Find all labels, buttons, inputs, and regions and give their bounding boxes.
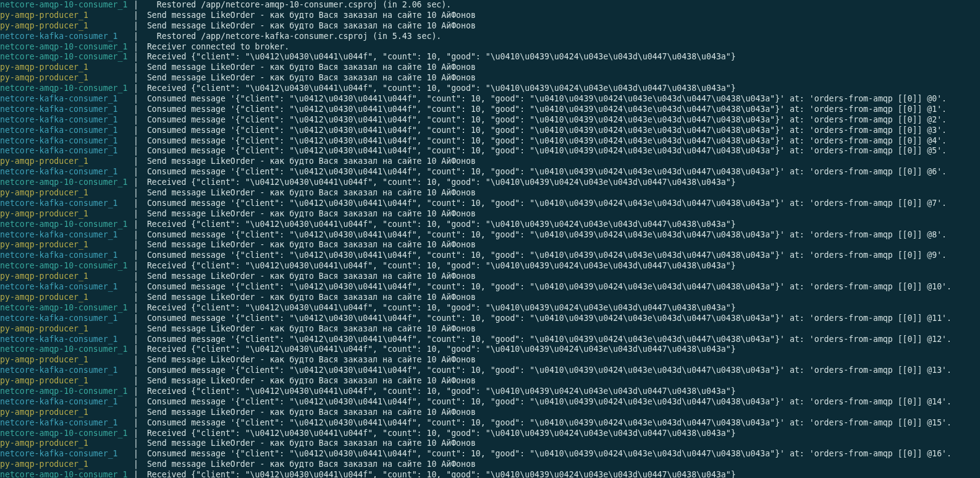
separator: | xyxy=(130,146,142,156)
log-line: py-amqp-producer_1 | Send message LikeOr… xyxy=(0,438,980,449)
container-name: py-amqp-producer_1 xyxy=(0,324,130,335)
separator: | xyxy=(130,250,142,261)
log-line: netcore-amqp-10-consumer_1 | Received {"… xyxy=(0,52,980,62)
log-message: Send message LikeOrder - как будто Вася … xyxy=(142,62,476,73)
log-line: py-amqp-producer_1 | Send message LikeOr… xyxy=(0,156,980,167)
log-line: netcore-amqp-10-consumer_1 | Received {"… xyxy=(0,470,980,478)
container-name: netcore-amqp-10-consumer_1 xyxy=(0,177,130,188)
container-name: netcore-kafka-consumer_1 xyxy=(0,126,130,136)
container-name: netcore-kafka-consumer_1 xyxy=(0,397,130,408)
separator: | xyxy=(130,376,142,386)
log-line: py-amqp-producer_1 | Send message LikeOr… xyxy=(0,324,980,335)
log-message: Consumed message '{"client": "\u0412\u04… xyxy=(142,146,947,156)
container-name: netcore-kafka-consumer_1 xyxy=(0,105,130,115)
log-line: netcore-amqp-10-consumer_1 | Received {"… xyxy=(0,177,980,188)
container-name: py-amqp-producer_1 xyxy=(0,376,130,386)
separator: | xyxy=(130,303,142,314)
log-line: py-amqp-producer_1 | Send message LikeOr… xyxy=(0,73,980,83)
log-message: Received {"client": "\u0412\u0430\u0441\… xyxy=(142,429,736,439)
log-message: Send message LikeOrder - как будто Вася … xyxy=(142,459,476,470)
container-name: netcore-kafka-consumer_1 xyxy=(0,365,130,376)
container-name: netcore-amqp-10-consumer_1 xyxy=(0,0,130,11)
log-line: netcore-amqp-10-consumer_1 | Received {"… xyxy=(0,261,980,271)
container-name: py-amqp-producer_1 xyxy=(0,73,130,83)
separator: | xyxy=(130,188,142,198)
log-message: Send message LikeOrder - как будто Вася … xyxy=(142,73,476,83)
log-message: Send message LikeOrder - как будто Вася … xyxy=(142,355,476,365)
separator: | xyxy=(130,429,142,439)
container-name: netcore-kafka-consumer_1 xyxy=(0,94,130,105)
container-name: netcore-kafka-consumer_1 xyxy=(0,167,130,177)
separator: | xyxy=(130,11,142,21)
log-message: Consumed message '{"client": "\u0412\u04… xyxy=(142,397,952,408)
log-line: netcore-amqp-10-consumer_1 | Received {"… xyxy=(0,429,980,439)
container-name: netcore-amqp-10-consumer_1 xyxy=(0,83,130,94)
log-line: py-amqp-producer_1 | Send message LikeOr… xyxy=(0,62,980,73)
log-line: netcore-kafka-consumer_1 | Consumed mess… xyxy=(0,335,980,345)
separator: | xyxy=(130,470,142,478)
container-name: py-amqp-producer_1 xyxy=(0,21,130,32)
log-message: Received {"client": "\u0412\u0430\u0441\… xyxy=(142,303,736,314)
separator: | xyxy=(130,209,142,220)
log-line: netcore-amqp-10-consumer_1 | Received {"… xyxy=(0,220,980,230)
container-name: py-amqp-producer_1 xyxy=(0,271,130,282)
container-name: py-amqp-producer_1 xyxy=(0,459,130,470)
log-message: Send message LikeOrder - как будто Вася … xyxy=(142,240,476,250)
container-name: netcore-kafka-consumer_1 xyxy=(0,335,130,345)
separator: | xyxy=(130,282,142,292)
separator: | xyxy=(130,335,142,345)
log-line: netcore-kafka-consumer_1 | Consumed mess… xyxy=(0,146,980,156)
log-message: Send message LikeOrder - как будто Вася … xyxy=(142,438,476,449)
separator: | xyxy=(130,220,142,230)
separator: | xyxy=(130,438,142,449)
log-line: netcore-amqp-10-consumer_1 | Restored /a… xyxy=(0,0,980,11)
separator: | xyxy=(130,52,142,62)
container-name: netcore-amqp-10-consumer_1 xyxy=(0,52,130,62)
log-message: Consumed message '{"client": "\u0412\u04… xyxy=(142,230,947,241)
log-message: Consumed message '{"client": "\u0412\u04… xyxy=(142,250,947,261)
log-line: py-amqp-producer_1 | Send message LikeOr… xyxy=(0,11,980,21)
separator: | xyxy=(130,449,142,459)
log-line: py-amqp-producer_1 | Send message LikeOr… xyxy=(0,188,980,198)
log-message: Consumed message '{"client": "\u0412\u04… xyxy=(142,105,947,115)
terminal-output: netcore-amqp-10-consumer_1 | Restored /a… xyxy=(0,0,980,478)
log-message: Consumed message '{"client": "\u0412\u04… xyxy=(142,126,947,136)
log-line: netcore-kafka-consumer_1 | Consumed mess… xyxy=(0,397,980,408)
separator: | xyxy=(130,365,142,376)
log-line: py-amqp-producer_1 | Send message LikeOr… xyxy=(0,292,980,303)
container-name: netcore-kafka-consumer_1 xyxy=(0,282,130,292)
log-message: Send message LikeOrder - как будто Вася … xyxy=(142,21,476,32)
container-name: py-amqp-producer_1 xyxy=(0,438,130,449)
log-line: netcore-kafka-consumer_1 | Consumed mess… xyxy=(0,167,980,177)
separator: | xyxy=(130,314,142,324)
container-name: netcore-amqp-10-consumer_1 xyxy=(0,386,130,397)
separator: | xyxy=(130,73,142,83)
separator: | xyxy=(130,94,142,105)
container-name: py-amqp-producer_1 xyxy=(0,209,130,220)
log-line: netcore-amqp-10-consumer_1 | Receiver co… xyxy=(0,42,980,53)
separator: | xyxy=(130,324,142,335)
container-name: py-amqp-producer_1 xyxy=(0,188,130,198)
log-message: Consumed message '{"client": "\u0412\u04… xyxy=(142,335,952,345)
log-line: netcore-amqp-10-consumer_1 | Received {"… xyxy=(0,386,980,397)
log-message: Send message LikeOrder - как будто Вася … xyxy=(142,156,476,167)
log-message: Received {"client": "\u0412\u0430\u0441\… xyxy=(142,261,736,271)
container-name: netcore-kafka-consumer_1 xyxy=(0,198,130,209)
container-name: netcore-kafka-consumer_1 xyxy=(0,418,130,429)
log-message: Received {"client": "\u0412\u0430\u0441\… xyxy=(142,386,736,397)
log-message: Received {"client": "\u0412\u0430\u0441\… xyxy=(142,220,736,230)
container-name: py-amqp-producer_1 xyxy=(0,408,130,418)
log-message: Send message LikeOrder - как будто Вася … xyxy=(142,408,476,418)
log-line: netcore-kafka-consumer_1 | Restored /app… xyxy=(0,32,980,42)
separator: | xyxy=(130,459,142,470)
log-line: netcore-kafka-consumer_1 | Consumed mess… xyxy=(0,105,980,115)
log-message: Received {"client": "\u0412\u0430\u0441\… xyxy=(142,344,736,355)
log-line: netcore-amqp-10-consumer_1 | Received {"… xyxy=(0,303,980,314)
separator: | xyxy=(130,408,142,418)
container-name: netcore-amqp-10-consumer_1 xyxy=(0,303,130,314)
container-name: netcore-amqp-10-consumer_1 xyxy=(0,429,130,439)
log-message: Restored /app/netcore-amqp-10-consumer.c… xyxy=(142,0,451,11)
log-line: py-amqp-producer_1 | Send message LikeOr… xyxy=(0,459,980,470)
container-name: netcore-kafka-consumer_1 xyxy=(0,146,130,156)
log-line: netcore-kafka-consumer_1 | Consumed mess… xyxy=(0,126,980,136)
